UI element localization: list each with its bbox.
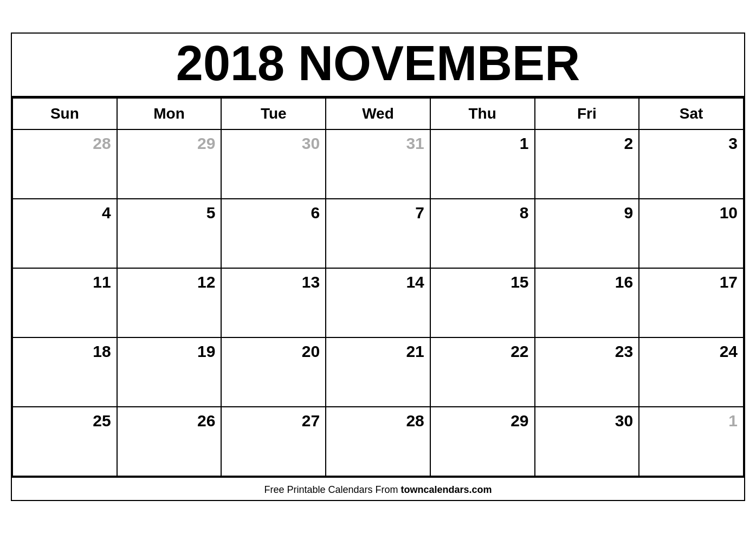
- calendar-day-cell: 20: [221, 337, 326, 407]
- calendar-day-cell: 12: [117, 268, 222, 337]
- calendar-day-cell: 29: [430, 407, 535, 476]
- calendar-day-cell: 18: [12, 337, 117, 407]
- day-header-sat: Sat: [639, 98, 744, 129]
- calendar-week-row: 28293031123: [12, 129, 744, 199]
- day-header-sun: Sun: [12, 98, 117, 129]
- calendar-day-cell: 1: [430, 129, 535, 199]
- day-header-thu: Thu: [430, 98, 535, 129]
- calendar-day-cell: 15: [430, 268, 535, 337]
- calendar-day-cell: 16: [535, 268, 639, 337]
- calendar-day-cell: 8: [430, 199, 535, 268]
- calendar-day-cell: 27: [221, 407, 326, 476]
- calendar-day-cell: 6: [221, 199, 326, 268]
- day-header-wed: Wed: [326, 98, 430, 129]
- calendar-day-cell: 17: [639, 268, 744, 337]
- calendar-day-cell: 28: [326, 407, 430, 476]
- calendar-day-cell: 13: [221, 268, 326, 337]
- calendar-day-cell: 23: [535, 337, 639, 407]
- calendar-day-cell: 11: [12, 268, 117, 337]
- calendar-week-row: 2526272829301: [12, 407, 744, 476]
- calendar-day-cell: 28: [12, 129, 117, 199]
- calendar-day-cell: 21: [326, 337, 430, 407]
- calendar-day-cell: 9: [535, 199, 639, 268]
- calendar-day-cell: 29: [117, 129, 222, 199]
- calendar-day-cell: 1: [639, 407, 744, 476]
- calendar-week-row: 45678910: [12, 199, 744, 268]
- calendar-day-cell: 3: [639, 129, 744, 199]
- calendar-day-cell: 14: [326, 268, 430, 337]
- day-header-fri: Fri: [535, 98, 639, 129]
- calendar-day-cell: 31: [326, 129, 430, 199]
- calendar-week-row: 18192021222324: [12, 337, 744, 407]
- calendar-day-cell: 10: [639, 199, 744, 268]
- calendar-day-cell: 4: [12, 199, 117, 268]
- calendar-grid: SunMonTueWedThuFriSat 282930311234567891…: [12, 98, 744, 477]
- footer-bold-text: towncalendars.com: [401, 484, 492, 495]
- calendar-day-cell: 5: [117, 199, 222, 268]
- calendar-day-cell: 26: [117, 407, 222, 476]
- calendar-day-cell: 30: [535, 407, 639, 476]
- calendar-title: 2018 NOVEMBER: [12, 34, 744, 98]
- day-header-mon: Mon: [117, 98, 222, 129]
- calendar-day-cell: 2: [535, 129, 639, 199]
- calendar-day-cell: 19: [117, 337, 222, 407]
- calendar-day-cell: 30: [221, 129, 326, 199]
- calendar-day-cell: 25: [12, 407, 117, 476]
- calendar-day-cell: 24: [639, 337, 744, 407]
- calendar-container: 2018 NOVEMBER SunMonTueWedThuFriSat 2829…: [11, 32, 745, 501]
- calendar-footer: Free Printable Calendars From towncalend…: [12, 477, 744, 500]
- calendar-week-row: 11121314151617: [12, 268, 744, 337]
- footer-normal-text: Free Printable Calendars From: [264, 484, 400, 495]
- calendar-day-cell: 7: [326, 199, 430, 268]
- day-header-tue: Tue: [221, 98, 326, 129]
- calendar-day-cell: 22: [430, 337, 535, 407]
- calendar-header-row: SunMonTueWedThuFriSat: [12, 98, 744, 129]
